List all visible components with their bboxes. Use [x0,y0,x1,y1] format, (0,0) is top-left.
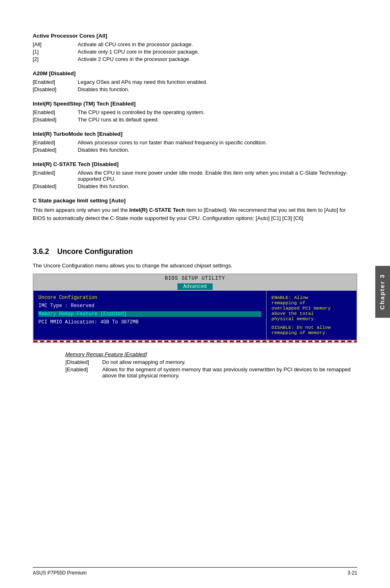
footnote-heading: Memory Remap Feature [Enabled] [65,351,357,357]
section-turbomode: Intel(R) TurboMode tech [Enabled] [Enabl… [33,131,357,153]
section-heading-a20m: A20M [Disabled] [33,70,357,76]
section-active-processor-cores: Active Processor Cores [All] [All] Activ… [33,33,357,62]
entry-key-turbomode-enabled: [Enabled] [33,139,78,146]
section-heading-cstate-package: C State package limit setting [Auto] [33,197,357,204]
section-362-number: 3.6.2 [33,247,49,256]
entry-a20m-enabled: [Enabled] Legacy OSes and APs may need t… [33,79,357,85]
footnote-key-disabled: [Disabled] [65,359,102,365]
entry-val-cstate-enabled: Allows the CPU to save more power under … [78,170,357,182]
entry-key-turbomode-disabled: [Disabled] [33,147,78,153]
bios-item-3: PCI MMIO Allocation: 4GB To 3072MB [38,319,261,325]
entry-val-turbomode-enabled: Allows processor cores to run faster tha… [78,139,357,146]
entry-cstate-enabled: [Enabled] Allows the CPU to save more po… [33,170,357,182]
footer-right: 3-21 [347,570,357,576]
entry-val-speedstep-enabled: The CPU speed is controlled by the opera… [78,109,357,115]
entry-speedstep-enabled: [Enabled] The CPU speed is controlled by… [33,109,357,115]
bios-item-0[interactable]: Uncore Configuration [38,295,261,301]
entry-val-all: Activate all CPU cores in the processor … [78,41,357,47]
section-a20m: A20M [Disabled] [Enabled] Legacy OSes an… [33,70,357,92]
bios-item-1: IMC Type : Reserved [38,303,261,309]
entry-turbomode-disabled: [Disabled] Disables this function. [33,147,357,153]
entry-1: [1] Activate only 1 CPU core in the proc… [33,49,357,55]
section-heading-speedstep: Intel(R) SpeedStep (TM) Tech [Enabled] [33,101,357,107]
entry-turbomode-enabled: [Enabled] Allows processor cores to run … [33,139,357,146]
footnote-entry-enabled: [Enabled] Allows for the segment of syst… [65,366,357,379]
footnote-key-enabled: [Enabled] [65,366,102,379]
entry-cstate-disabled: [Disabled] Disables this function. [33,183,357,189]
entry-key-cstate-disabled: [Disabled] [33,183,78,189]
bios-help-line-3: above the total [271,311,352,316]
entry-speedstep-disabled: [Disabled] The CPU runs at its default s… [33,117,357,123]
entry-key-cstate-enabled: [Enabled] [33,170,78,182]
entry-key-speedstep-disabled: [Disabled] [33,117,78,123]
section-heading-cstate: Intel(R) C-STATE Tech [Disabled] [33,161,357,167]
bios-help-line-5: DISABLE: Do not allow [271,325,352,330]
bios-help-line-1: remapping of [271,300,352,305]
footer-left: ASUS P7P55D Premium [33,570,87,576]
footnote-val-disabled: Do not allow remapping of memory. [102,359,357,365]
section-heading-turbomode: Intel(R) TurboMode tech [Enabled] [33,131,357,137]
section-362-desc: The Uncore Configuration menu allows you… [33,263,357,269]
entry-val-speedstep-disabled: The CPU runs at its default speed. [78,117,357,123]
bios-tab-bar: Advanced [34,283,356,291]
bios-bottom-border [34,340,356,342]
section-speedstep: Intel(R) SpeedStep (TM) Tech [Enabled] [… [33,101,357,123]
entry-val-cstate-disabled: Disables this function. [78,183,357,189]
bios-left-panel: Uncore Configuration IMC Type : Reserved… [34,291,267,340]
entry-a20m-disabled: [Disabled] Disables this function. [33,86,357,92]
footnote-entry-disabled: [Disabled] Do not allow remapping of mem… [65,359,357,365]
bios-right-panel: ENABLE: Allow remapping of overlapped PC… [267,291,356,340]
bios-item-2[interactable]: Memory Remap Feature [Enabled] [38,311,261,317]
bios-help-line-2: overlapped PCI memory [271,305,352,311]
bold-cstate-tech: Intel(R) C-STATE Tech [129,207,185,213]
entry-key-a20m-disabled: [Disabled] [33,86,78,92]
bios-box: BIOS SETUP UTILITY Advanced Uncore Confi… [33,274,357,343]
entry-key-all: [All] [33,41,78,47]
page-footer: ASUS P7P55D Premium 3-21 [33,567,357,576]
entry-all: [All] Activate all CPU cores in the proc… [33,41,357,47]
section-362-title: Uncore Configuration [57,247,133,256]
bios-title: BIOS SETUP UTILITY [34,274,356,283]
entry-key-2: [2] [33,56,78,62]
entry-val-a20m-enabled: Legacy OSes and APs may need this functi… [78,79,357,85]
section-cstate: Intel(R) C-STATE Tech [Disabled] [Enable… [33,161,357,189]
entry-key-speedstep-enabled: [Enabled] [33,109,78,115]
bios-help-line-4: physical memory. [271,316,352,321]
entry-key-1: [1] [33,49,78,55]
bios-content: Uncore Configuration IMC Type : Reserved… [34,291,356,340]
bios-help-line-6: remapping of memory. [271,330,352,335]
entry-val-1: Activate only 1 CPU core in the processo… [78,49,357,55]
page-content: Active Processor Cores [All] [All] Activ… [0,0,390,404]
cstate-package-paragraph: This item appears only when you set the … [33,206,357,222]
entry-key-a20m-enabled: [Enabled] [33,79,78,85]
bios-tab-advanced[interactable]: Advanced [177,283,213,290]
chapter-tab: Chapter 3 [375,266,390,318]
footnote-section: Memory Remap Feature [Enabled] [Disabled… [33,351,357,379]
entry-val-a20m-disabled: Disables this function. [78,86,357,92]
entry-2: [2] Activate 2 CPU cores in the processo… [33,56,357,62]
entry-val-turbomode-disabled: Disables this function. [78,147,357,153]
bios-help-line-0: ENABLE: Allow [271,295,352,300]
section-362-header: 3.6.2 Uncore Configuration [33,234,357,258]
entry-val-2: Activate 2 CPU cores in the processor pa… [78,56,357,62]
section-heading-active-processor-cores: Active Processor Cores [All] [33,33,357,39]
section-cstate-package: C State package limit setting [Auto] Thi… [33,197,357,222]
footnote-val-enabled: Allows for the segment of system memory … [102,366,357,379]
